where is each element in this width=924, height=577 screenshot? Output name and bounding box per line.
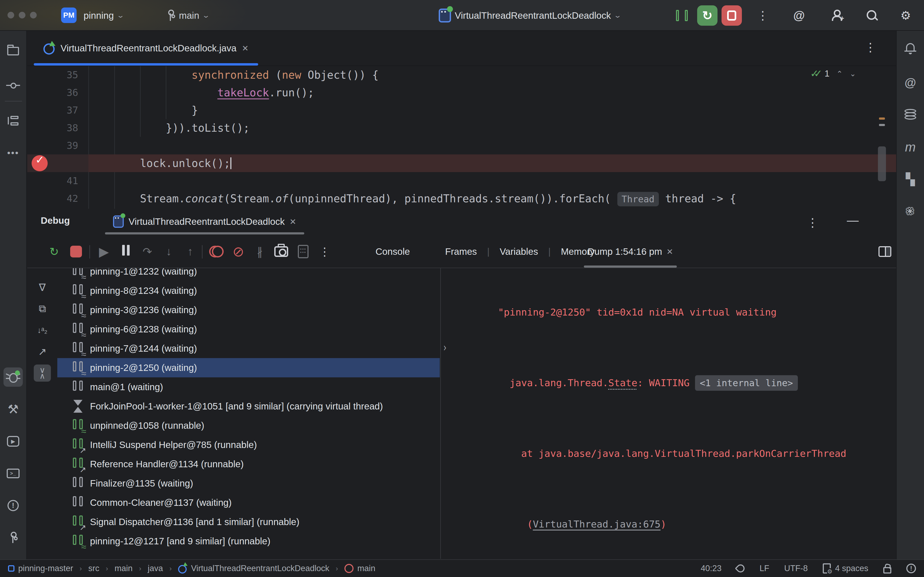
- stack-trace-line[interactable]: (VirtualThread.java:675): [441, 480, 896, 551]
- stack-trace-line[interactable]: › java.lang.Thread.State: WAITING<1 inte…: [441, 339, 896, 409]
- sidebar-item-build[interactable]: ⚒: [3, 400, 23, 419]
- thread-dump-button[interactable]: [272, 242, 290, 261]
- line-number[interactable]: 37: [30, 102, 78, 119]
- thread-list-item[interactable]: Finalizer@1135 (waiting): [57, 474, 440, 493]
- collapse-all-button[interactable]: ∨∧: [34, 364, 51, 382]
- stack-trace-line[interactable]: "pinning-2@1250" tid=0x1d nid=NA virtual…: [441, 268, 896, 339]
- more-actions-button[interactable]: ⋮: [757, 0, 769, 31]
- export-dump-button[interactable]: ↗: [34, 343, 51, 360]
- thread-list-item[interactable]: pinning-2@1250 (waiting): [57, 358, 440, 377]
- code-line[interactable]: 36 takeLock.run();: [27, 84, 896, 102]
- code-line[interactable]: 39: [27, 137, 896, 155]
- editor-tab[interactable]: VirtualThreadReentrantLockDeadlock.java …: [34, 31, 258, 66]
- debug-toolbar-more-button[interactable]: ⋮: [315, 242, 334, 261]
- step-over-button[interactable]: ↷: [138, 242, 157, 261]
- power-save-icon[interactable]: [735, 563, 746, 574]
- thread-list-item[interactable]: pinning-7@1244 (waiting): [57, 339, 440, 358]
- readonly-lock-icon[interactable]: [883, 567, 891, 574]
- line-number[interactable]: 42: [30, 190, 78, 208]
- stack-trace-line[interactable]: at java.base/java.lang.VirtualThread.par…: [441, 409, 896, 480]
- fold-chevron-icon[interactable]: ›: [443, 335, 447, 360]
- breadcrumb-item[interactable]: VirtualThreadReentrantLockDeadlock ›: [178, 564, 344, 573]
- code-line[interactable]: 37 }: [27, 102, 896, 119]
- tab-console[interactable]: Console: [375, 235, 410, 268]
- sidebar-item-commit[interactable]: [3, 76, 23, 95]
- code-line[interactable]: 42 Stream.concat(Stream.of(unpinnedThrea…: [27, 190, 896, 208]
- sidebar-item-notifications[interactable]: [901, 39, 920, 58]
- thread-list-item[interactable]: ForkJoinPool-1-worker-1@1051 [and 9 simi…: [57, 396, 440, 416]
- step-out-button[interactable]: ↑: [181, 242, 199, 261]
- editor-tab-options-button[interactable]: ⋮: [864, 40, 876, 54]
- sidebar-item-services[interactable]: ֎: [901, 201, 920, 221]
- thread-list-item[interactable]: Reference Handler@1134 (runnable): [57, 455, 440, 474]
- mute-breakpoints-button[interactable]: ⊘: [229, 242, 247, 261]
- code-line[interactable]: 41: [27, 172, 896, 190]
- chevron-down-icon[interactable]: ⌄: [850, 69, 856, 78]
- thread-list-item[interactable]: Common-Cleaner@1137 (waiting): [57, 493, 440, 512]
- sidebar-item-terminal[interactable]: >_: [3, 464, 23, 483]
- code-line[interactable]: lock.unlock();: [27, 155, 896, 172]
- evaluate-expression-button[interactable]: ••••••: [294, 242, 312, 261]
- rerun-debug-button[interactable]: ↻: [697, 0, 717, 31]
- sidebar-item-structure[interactable]: [3, 111, 23, 131]
- tab-dump[interactable]: Dump 1:54:16 pm ✕: [584, 235, 677, 268]
- window-controls[interactable]: [8, 12, 37, 18]
- view-breakpoints-button[interactable]: [207, 242, 226, 261]
- indent-widget[interactable]: 4 spaces: [823, 563, 868, 574]
- error-stripe-mark[interactable]: [879, 124, 885, 126]
- code-with-me-button[interactable]: +: [831, 0, 842, 31]
- line-separator-widget[interactable]: LF: [759, 564, 769, 573]
- sidebar-item-ai-chat[interactable]: @: [901, 73, 920, 92]
- thread-list-item[interactable]: pinning-8@1234 (waiting): [57, 281, 440, 300]
- sidebar-item-more[interactable]: •••: [3, 143, 23, 163]
- sort-threads-button[interactable]: ↓ᵃ₂: [34, 322, 51, 339]
- stop-button[interactable]: [722, 0, 742, 31]
- thread-list-item[interactable]: pinning-6@1238 (waiting): [57, 319, 440, 339]
- filter-threads-button[interactable]: ∇: [34, 279, 51, 296]
- hide-panel-button[interactable]: —: [847, 214, 859, 227]
- pause-program-button[interactable]: [117, 242, 135, 261]
- caret-position-widget[interactable]: 40:23: [701, 564, 722, 573]
- line-number[interactable]: 35: [30, 66, 78, 84]
- thread-list-item[interactable]: pinning-12@1217 [and 9 similar] (runnabl…: [57, 532, 440, 551]
- breadcrumb-item[interactable]: main ›: [344, 564, 375, 573]
- sidebar-item-dependencies[interactable]: ▚: [901, 169, 920, 189]
- code-line[interactable]: 38 })).toList();: [27, 119, 896, 137]
- sidebar-item-run[interactable]: ▶: [3, 432, 23, 451]
- code-editor[interactable]: 35 synchronized (new Object()) { 36 take…: [27, 66, 896, 209]
- tab-variables[interactable]: Variables: [500, 246, 538, 257]
- sidebar-item-database[interactable]: [901, 105, 920, 124]
- breadcrumb-item[interactable]: java ›: [148, 564, 178, 573]
- sidebar-item-debug[interactable]: [3, 367, 23, 387]
- stack-trace-panel[interactable]: "pinning-2@1250" tid=0x1d nid=NA virtual…: [441, 268, 896, 559]
- thread-list-item[interactable]: pinning-3@1236 (waiting): [57, 300, 440, 319]
- breadcrumb-item[interactable]: src ›: [88, 564, 115, 573]
- sidebar-item-maven[interactable]: m: [901, 137, 920, 156]
- ai-assistant-button[interactable]: @: [793, 0, 805, 31]
- smart-step-into-button[interactable]: ∦: [251, 242, 269, 261]
- thread-list-item[interactable]: main@1 (waiting): [57, 377, 440, 396]
- debug-options-button[interactable]: ⋮: [807, 216, 819, 229]
- line-number[interactable]: 38: [30, 119, 78, 137]
- sidebar-item-problems[interactable]: !: [3, 496, 23, 515]
- tab-frames[interactable]: Frames: [445, 246, 477, 257]
- branch-selector[interactable]: main⌄: [166, 0, 209, 31]
- debug-session-tab[interactable]: VirtualThreadReentrantLockDeadlock ✕: [102, 209, 307, 234]
- thread-list-item[interactable]: pinning-1@1232 (waiting): [57, 268, 440, 281]
- run-config-selector[interactable]: VirtualThreadReentrantLockDeadlock⌄: [439, 0, 620, 31]
- chevron-up-icon[interactable]: ⌃: [837, 69, 843, 78]
- sidebar-item-version-control[interactable]: [3, 528, 23, 547]
- stack-trace-line[interactable]: at java.base/java.lang.VirtualThread.par…: [441, 551, 896, 559]
- line-number[interactable]: 39: [30, 137, 78, 155]
- thread-list-item[interactable]: IntelliJ Suspend Helper@785 (runnable): [57, 435, 440, 455]
- resume-program-button[interactable]: ▶: [95, 242, 113, 261]
- close-icon[interactable]: ✕: [289, 217, 296, 226]
- line-number[interactable]: 36: [30, 84, 78, 102]
- settings-button[interactable]: ⚙: [900, 0, 911, 31]
- layout-settings-button[interactable]: [876, 242, 894, 261]
- breakpoint-icon[interactable]: [32, 155, 48, 171]
- pause-program-button[interactable]: [675, 0, 689, 31]
- encoding-widget[interactable]: UTF-8: [784, 564, 808, 573]
- sidebar-item-project[interactable]: [3, 42, 23, 61]
- close-icon[interactable]: ✕: [242, 44, 249, 53]
